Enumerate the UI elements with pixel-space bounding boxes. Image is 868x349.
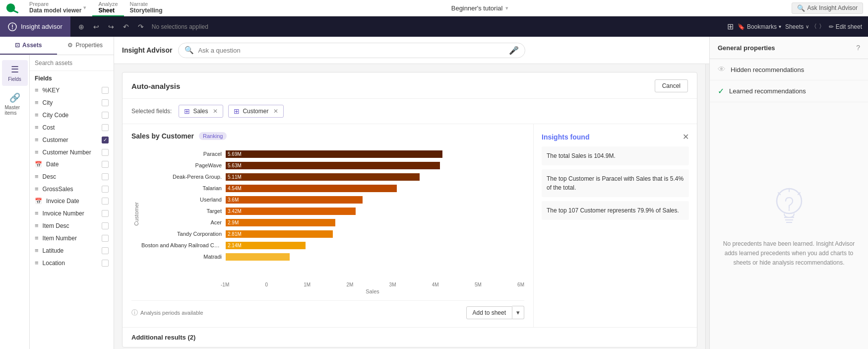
analysis-periods: ⓘ Analysis periods available [131,308,203,317]
help-icon[interactable]: ? [856,44,860,52]
field-item[interactable]: ≡City Code [30,109,114,121]
add-to-sheet-button[interactable]: Add to sheet ▾ [466,306,524,319]
bar-value: 4.54M [226,186,242,191]
field-item[interactable]: ≡%KEY [30,84,114,96]
forward-icon-button[interactable]: ↪ [105,21,117,33]
bar-container: 2.14M [226,242,524,249]
field-item[interactable]: ≡Desc [30,170,114,183]
master-items-icon: 🔗 [9,92,20,103]
chart-bar [226,253,290,261]
no-selections-label: No selections applied [150,23,208,30]
narrate-menu[interactable]: Narrate Storytelling [124,0,169,16]
field-item[interactable]: ≡Latitude [30,244,114,257]
search-icon-bar: 🔍 [185,46,194,55]
field-checkbox[interactable]: ✓ [102,137,109,143]
tutorial-title[interactable]: Beginner's tutorial ▾ [451,4,509,12]
edit-sheet-button[interactable]: ✏ Edit sheet [829,23,862,30]
field-checkbox[interactable] [102,149,109,156]
close-insights-button[interactable]: ✕ [682,132,689,141]
field-item[interactable]: ≡City [30,96,114,109]
field-checkbox[interactable] [102,124,109,131]
field-item[interactable]: ≡Location [30,257,114,269]
field-item[interactable]: ≡GrossSales [30,183,114,195]
bar-container: 4.54M [226,185,524,192]
master-items-nav[interactable]: 🔗 Master items [2,88,28,120]
remove-sales-icon[interactable]: ✕ [213,108,218,115]
assets-tab[interactable]: ⊡ Assets [0,37,57,55]
field-checkbox[interactable] [102,87,109,94]
sheets-button[interactable]: Sheets ∨ 〈 〉 [785,22,825,31]
bar-value: 5.11M [226,174,242,180]
field-item[interactable]: ≡Item Number [30,232,114,244]
field-checkbox[interactable] [102,186,109,193]
calendar-icon: 📅 [35,198,42,205]
ask-insight-advisor-button[interactable]: 🔍 Ask Insight Advisor [792,2,863,14]
bar-value: 5.69M [226,151,242,157]
insights-panel: Insights found ✕ The total Sales is 104.… [533,124,697,327]
field-type-icon: ≡ [35,259,39,267]
field-item[interactable]: ≡Cost [30,121,114,134]
customer-field-tag[interactable]: ⊞ Customer ✕ [228,105,284,118]
chart-row: Paracel 5.69M [141,149,524,159]
add-btn[interactable]: Add to sheet [466,306,512,319]
search-assets-box[interactable] [30,55,114,71]
bookmarks-button[interactable]: 🔖 Bookmarks ▾ [738,23,781,30]
search-bar[interactable]: 🔍 🎤 [178,43,525,58]
hidden-recommendations-item[interactable]: 👁 Hidden recommendations [710,59,868,80]
properties-tab[interactable]: ⚙ Properties [57,37,114,55]
grid-icon[interactable]: ⊞ [727,22,734,31]
qlik-logo[interactable] [5,2,21,13]
field-checkbox[interactable] [102,161,109,168]
field-item[interactable]: ≡Item Desc [30,219,114,232]
field-item[interactable]: ≡Customer Number [30,146,114,158]
field-checkbox[interactable] [102,112,109,119]
field-item[interactable]: 📅Date [30,158,114,170]
field-checkbox[interactable] [102,222,109,229]
sales-field-tag[interactable]: ⊞ Sales ✕ [179,105,223,118]
filter-icon-button[interactable]: ⊕ [75,21,87,33]
remove-customer-icon[interactable]: ✕ [273,108,278,115]
fields-icon: ☰ [11,64,19,75]
field-item[interactable]: ≡Invoice Number [30,207,114,219]
learned-recommendations-item[interactable]: ✓ Learned recommendations [710,80,868,102]
insight-advisor-tab[interactable]: Insight advisor [0,16,70,37]
table-icon-sales: ⊞ [184,107,190,115]
field-checkbox[interactable] [102,99,109,106]
chart-bar: 2.81M [226,230,333,238]
insight-item: The top 107 Customer represents 79.9% of… [542,201,689,220]
search-assets-input[interactable] [35,60,109,67]
mic-icon[interactable]: 🎤 [509,46,519,55]
selected-fields-label: Selected fields: [131,108,172,115]
field-type-icon: ≡ [35,209,39,217]
bar-label: Talarian [141,185,226,191]
chart-bar: 3.6M [226,196,363,204]
right-panel: General properties ? 👁 Hidden recommenda… [709,37,868,349]
prepare-menu[interactable]: Prepare Data model viewer ▾ [23,0,92,16]
scroll-track[interactable] [705,64,709,349]
second-bar: Insight advisor ⊕ ↩ ↪ ↶ ↷ No selections … [0,16,868,37]
chart-bar: 5.69M [226,150,442,158]
field-item[interactable]: ≡Customer✓ [30,134,114,146]
field-checkbox[interactable] [102,247,109,254]
field-checkbox[interactable] [102,210,109,217]
analyze-menu[interactable]: Analyze Sheet [92,0,124,16]
field-checkbox[interactable] [102,260,109,267]
check-circle-icon: ✓ [718,86,724,96]
field-checkbox[interactable] [102,198,109,205]
field-type-icon: ≡ [35,222,39,229]
add-dropdown-btn[interactable]: ▾ [512,306,524,319]
cancel-button[interactable]: Cancel [655,79,688,92]
content-area: Auto-analysis Cancel Selected fields: ⊞ … [114,64,709,349]
fields-nav[interactable]: ☰ Fields [2,60,28,86]
customer-tag-label: Customer [243,108,268,115]
field-checkbox[interactable] [102,173,109,180]
field-type-icon: ≡ [35,111,39,119]
redo-icon-button[interactable]: ↷ [135,21,147,33]
ask-question-input[interactable] [198,47,505,54]
back-icon-button[interactable]: ↩ [90,21,102,33]
undo-icon-button[interactable]: ↶ [120,21,132,33]
field-checkbox[interactable] [102,235,109,242]
chart-row: Target 3.42M [141,206,524,216]
chart-header: Sales by Customer Ranking [131,132,524,140]
field-item[interactable]: 📅Invoice Date [30,195,114,207]
